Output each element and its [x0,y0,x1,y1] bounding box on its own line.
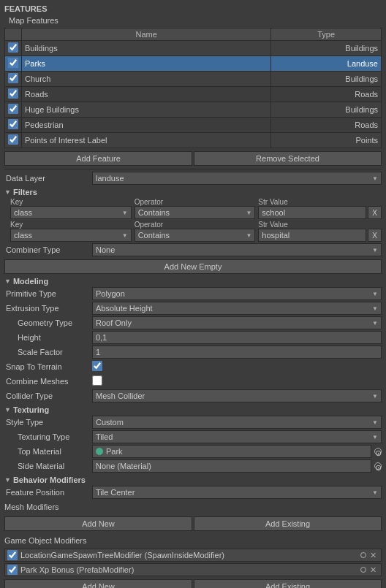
top-material-target[interactable]: ⊙ [374,448,382,455]
row-name: Buildings [22,41,271,56]
row-checkbox[interactable] [8,58,18,68]
table-row[interactable]: Huge Buildings Buildings [5,102,382,118]
texturing-type-label: Texturing Type [4,432,92,441]
row-name: Church [22,72,271,87]
row-type: Landuse [271,56,382,72]
behavior-arrow: ▼ [4,476,11,484]
features-header: FEATURES [4,3,382,15]
scale-factor-input[interactable] [92,345,382,359]
row-name: Roads [22,87,271,102]
mesh-add-new-button[interactable]: Add New [4,516,192,531]
data-layer-dropdown[interactable]: landuse ▼ [92,172,382,185]
filters-label: Filters [13,188,37,196]
extrusion-type-label: Extrusion Type [4,304,92,313]
go-add-new-button[interactable]: Add New [4,579,192,588]
side-material-value: None (Material) [92,459,371,473]
row-name: Huge Buildings [22,102,271,118]
go-modifiers-label: Game Object Modifiers [4,536,86,545]
feature-table: Name Type Buildings Buildings Parks Land… [4,28,382,148]
row-name: Points of Interest Label [22,133,271,148]
filter1-key-dropdown[interactable]: class ▼ [10,206,132,219]
row-checkbox[interactable] [8,42,18,53]
row-checkbox[interactable] [8,73,18,83]
row-type: Buildings [271,72,382,87]
row-checkbox[interactable] [8,104,18,114]
filter1-operator-label: Operator [135,198,256,206]
style-type-label: Style Type [4,418,92,427]
table-row[interactable]: Parks Landuse [5,56,382,72]
row-checkbox[interactable] [8,88,18,99]
table-row[interactable]: Buildings Buildings [5,41,382,56]
filter2-str-label: Str Value [258,221,382,229]
collider-type-dropdown[interactable]: Mesh Collider ▼ [92,389,382,402]
filter2-operator-dropdown[interactable]: Contains ▼ [135,229,256,242]
row-type: Roads [271,118,382,133]
texturing-arrow: ▼ [4,406,11,413]
snap-to-terrain-checkbox[interactable] [92,361,102,371]
primitive-type-label: Primitive Type [4,289,92,298]
modifier2-circle-btn[interactable] [360,567,366,573]
height-input[interactable] [92,331,382,344]
modifier2-x-button[interactable]: ✕ [368,565,379,575]
modifier2-checkbox[interactable] [7,565,18,575]
filter1-operator-dropdown[interactable]: Contains ▼ [135,206,256,219]
filter1-x-button[interactable]: X [368,206,382,219]
modeling-arrow: ▼ [4,278,11,285]
data-layer-label: Data Layer [4,174,92,183]
modifier2-label: Park Xp Bonus (PrefabModifier) [20,565,359,574]
side-material-label: Side Material [4,462,92,470]
mesh-add-existing-button[interactable]: Add Existing [194,516,382,531]
modifier1-label: LocationGameSpawnTreeModifier (SpawnInsi… [20,551,359,560]
behavior-label: Behavior Modifiers [13,476,86,484]
row-type: Buildings [271,102,382,118]
modeling-label: Modeling [13,277,48,286]
geometry-type-dropdown[interactable]: Roof Only ▼ [92,316,382,329]
combine-meshes-label: Combine Meshes [4,377,92,386]
row-type: Buildings [271,41,382,56]
combiner-type-label: Combiner Type [4,245,92,254]
row-checkbox[interactable] [8,119,18,129]
modifier1-checkbox[interactable] [7,550,18,560]
top-material-value: Park [92,445,371,458]
collider-type-label: Collider Type [4,392,92,400]
primitive-type-dropdown[interactable]: Polygon ▼ [92,287,382,300]
combiner-type-dropdown[interactable]: None ▼ [92,243,382,256]
feature-position-dropdown[interactable]: Tile Center ▼ [92,486,382,499]
texturing-label: Texturing [13,405,49,414]
filter1-str-label: Str Value [258,198,382,206]
col-name: Name [22,28,271,41]
map-features-label: Map Features [4,15,382,26]
modifier2-row: Park Xp Bonus (PrefabModifier) ✕ [4,563,382,576]
add-new-empty-button[interactable]: Add New Empty [4,259,382,274]
filter2-key-dropdown[interactable]: class ▼ [10,229,132,242]
go-add-existing-button[interactable]: Add Existing [194,579,382,588]
mesh-modifiers-label: Mesh Modifiers [4,503,59,511]
filter2-str-input[interactable] [258,229,366,242]
add-feature-button[interactable]: Add Feature [4,151,192,166]
texturing-type-dropdown[interactable]: Tiled ▼ [92,430,382,443]
top-material-label: Top Material [4,447,92,456]
modifier1-row: LocationGameSpawnTreeModifier (SpawnInsi… [4,549,382,562]
feature-position-label: Feature Position [4,488,92,497]
table-row[interactable]: Church Buildings [5,72,382,87]
filter1-str-input[interactable] [258,206,366,219]
filter1-key-label: Key [10,198,132,206]
row-type: Roads [271,87,382,102]
row-checkbox[interactable] [8,134,18,145]
combine-meshes-checkbox[interactable] [92,375,102,386]
extrusion-type-dropdown[interactable]: Absolute Height ▼ [92,302,382,315]
modifier1-circle-btn[interactable] [360,552,366,558]
side-material-target[interactable]: ⊙ [374,462,382,470]
col-type: Type [271,28,382,41]
remove-selected-button[interactable]: Remove Selected [194,151,382,166]
style-type-dropdown[interactable]: Custom ▼ [92,416,382,429]
geometry-type-label: Geometry Type [4,318,92,327]
table-row[interactable]: Points of Interest Label Points [5,133,382,148]
table-row[interactable]: Roads Roads [5,87,382,102]
snap-to-terrain-label: Snap To Terrain [4,362,92,371]
row-type: Points [271,133,382,148]
filters-arrow: ▼ [4,188,11,196]
modifier1-x-button[interactable]: ✕ [368,551,379,560]
table-row[interactable]: Pedestrian Roads [5,118,382,133]
filter2-x-button[interactable]: X [368,229,382,242]
